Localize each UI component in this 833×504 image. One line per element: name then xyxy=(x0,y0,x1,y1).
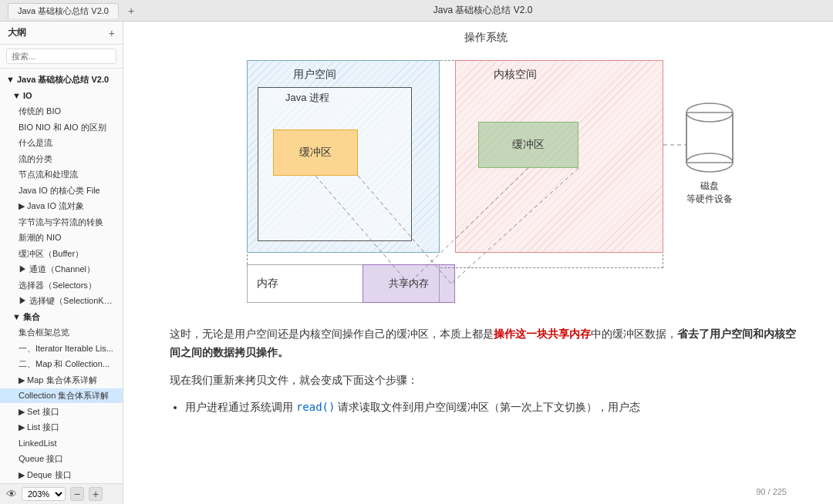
sidebar-header: 大纲 + xyxy=(0,22,123,45)
zoom-out-button[interactable]: − xyxy=(70,487,84,501)
tree-item-20[interactable]: Collection 集合体系详解 xyxy=(0,388,123,404)
sidebar: 大纲 + ▼ Java 基础核心总结 V2.0▼ IO传统的 BIOBIO NI… xyxy=(0,22,123,504)
diagram-container: 操作系统 用户空间 内核空间 Java 进程 缓冲区 xyxy=(170,45,802,307)
tree-item-4[interactable]: 什么是流 xyxy=(0,135,123,151)
sidebar-bottom: 👁 203% 100% 150% − + xyxy=(0,483,123,504)
tree-item-23[interactable]: LinkedList xyxy=(0,435,123,452)
main-content: 操作系统 用户空间 内核空间 Java 进程 缓冲区 xyxy=(123,22,833,504)
step-1: 用户进程通过系统调用 read() 请求读取文件到用户空间缓冲区（第一次上下文切… xyxy=(185,398,802,417)
disk-label: 磁盘等硬件设备 xyxy=(675,180,744,206)
shared-memory: 共享内存 xyxy=(363,264,455,303)
user-buffer: 缓冲区 xyxy=(273,129,358,176)
eye-icon[interactable]: 👁 xyxy=(6,488,17,500)
tree-item-7[interactable]: Java IO 的核心类 File xyxy=(0,183,123,199)
tree-item-15[interactable]: ▼ 集合 xyxy=(0,309,123,325)
tree-item-1[interactable]: ▼ IO xyxy=(0,88,123,104)
tree-item-9[interactable]: 字节流与字符流的转换 xyxy=(0,214,123,230)
tree-item-22[interactable]: ▶ List 接口 xyxy=(0,419,123,435)
active-tab[interactable]: Java 基础核心总结 V2.0 xyxy=(8,3,119,18)
tree-item-3[interactable]: BIO NIO 和 AIO 的区别 xyxy=(0,119,123,136)
kernel-buffer: 缓冲区 xyxy=(478,122,578,168)
search-box xyxy=(0,45,123,69)
zoom-select[interactable]: 203% 100% 150% xyxy=(22,487,66,501)
tree-item-19[interactable]: ▶ Map 集合体系详解 xyxy=(0,372,123,388)
tree-item-24[interactable]: Queue 接口 xyxy=(0,451,123,467)
tree-item-13[interactable]: 选择器（Selectors） xyxy=(0,277,123,294)
app-body: 大纲 + ▼ Java 基础核心总结 V2.0▼ IO传统的 BIOBIO NI… xyxy=(0,22,833,504)
kernel-space-label: 内核空间 xyxy=(494,68,537,82)
sidebar-tree[interactable]: ▼ Java 基础核心总结 V2.0▼ IO传统的 BIOBIO NIO 和 A… xyxy=(0,69,123,483)
paragraph-1: 这时，无论是用户空间还是内核空间操作自己的缓冲区，本质上都是操作这一块共享内存中… xyxy=(170,325,802,362)
tree-item-21[interactable]: ▶ Set 接口 xyxy=(0,404,123,420)
tree-item-14[interactable]: ▶ 选择键（SelectionKey） xyxy=(0,293,123,309)
add-tab-button[interactable]: + xyxy=(128,5,134,17)
tree-item-6[interactable]: 节点流和处理流 xyxy=(0,166,123,183)
window-title: Java 基础核心总结 V2.0 xyxy=(140,4,825,17)
paragraph-2: 现在我们重新来拷贝文件，就会变成下面这个步骤： xyxy=(170,371,802,390)
sidebar-title: 大纲 xyxy=(8,26,26,39)
tree-item-12[interactable]: ▶ 通道（Channel） xyxy=(0,261,123,277)
tree-item-16[interactable]: 集合框架总览 xyxy=(0,324,123,341)
tree-item-11[interactable]: 缓冲区（Buffer） xyxy=(0,246,123,262)
tree-item-5[interactable]: 流的分类 xyxy=(0,151,123,167)
page-indicator: 90 / 225 xyxy=(756,487,787,496)
tree-item-2[interactable]: 传统的 BIO xyxy=(0,103,123,119)
tree-item-0[interactable]: ▼ Java 基础核心总结 V2.0 xyxy=(0,72,123,88)
svg-rect-1 xyxy=(686,113,733,163)
user-space-label: 用户空间 xyxy=(293,68,336,82)
os-label: 操作系统 xyxy=(464,31,508,45)
zoom-in-button[interactable]: + xyxy=(89,487,103,501)
diagram: 操作系统 用户空间 内核空间 Java 进程 缓冲区 xyxy=(224,45,748,307)
disk-icon xyxy=(679,99,740,176)
tree-item-10[interactable]: 新潮的 NIO xyxy=(0,230,123,246)
tree-item-8[interactable]: ▶ Java IO 流对象 xyxy=(0,198,123,214)
steps-list: 用户进程通过系统调用 read() 请求读取文件到用户空间缓冲区（第一次上下文切… xyxy=(185,398,802,417)
sidebar-add-button[interactable]: + xyxy=(109,27,115,39)
java-process-label: Java 进程 xyxy=(285,91,329,105)
content-text: 这时，无论是用户空间还是内核空间操作自己的缓冲区，本质上都是操作这一块共享内存中… xyxy=(170,325,802,417)
tree-item-17[interactable]: 一、Iterator Iterable Lis... xyxy=(0,341,123,357)
search-input[interactable] xyxy=(6,49,116,64)
tree-item-25[interactable]: ▶ Deque 接口 xyxy=(0,467,123,483)
title-bar: Java 基础核心总结 V2.0 + Java 基础核心总结 V2.0 xyxy=(0,0,833,22)
tree-item-18[interactable]: 二、Map 和 Collection... xyxy=(0,356,123,372)
